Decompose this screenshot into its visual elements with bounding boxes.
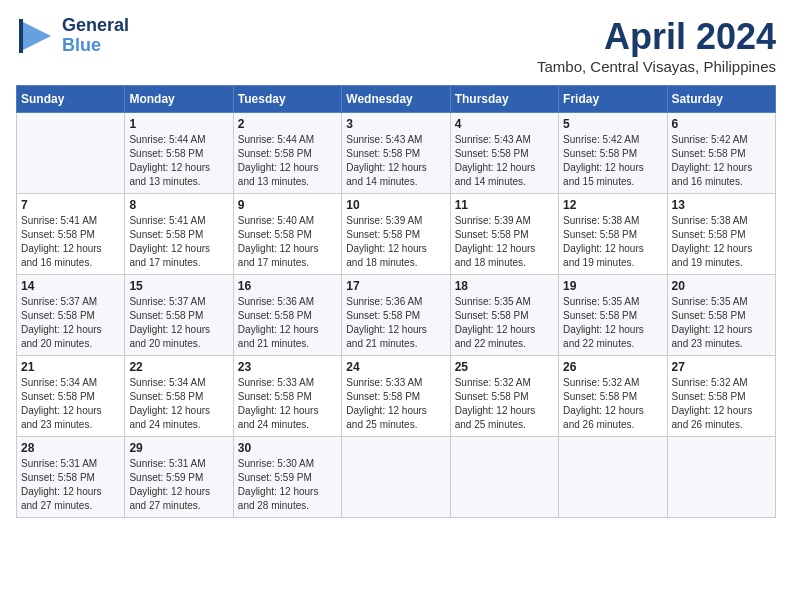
day-info: Sunrise: 5:31 AMSunset: 5:58 PMDaylight:… bbox=[21, 457, 120, 513]
logo-blue-text: Blue bbox=[62, 36, 129, 56]
day-number: 23 bbox=[238, 360, 337, 374]
calendar-cell: 19Sunrise: 5:35 AMSunset: 5:58 PMDayligh… bbox=[559, 275, 667, 356]
calendar-cell: 21Sunrise: 5:34 AMSunset: 5:58 PMDayligh… bbox=[17, 356, 125, 437]
day-number: 20 bbox=[672, 279, 771, 293]
calendar-cell: 24Sunrise: 5:33 AMSunset: 5:58 PMDayligh… bbox=[342, 356, 450, 437]
day-number: 12 bbox=[563, 198, 662, 212]
header-row: Sunday Monday Tuesday Wednesday Thursday… bbox=[17, 86, 776, 113]
day-info: Sunrise: 5:40 AMSunset: 5:58 PMDaylight:… bbox=[238, 214, 337, 270]
day-number: 25 bbox=[455, 360, 554, 374]
day-number: 3 bbox=[346, 117, 445, 131]
calendar-cell: 22Sunrise: 5:34 AMSunset: 5:58 PMDayligh… bbox=[125, 356, 233, 437]
day-info: Sunrise: 5:34 AMSunset: 5:58 PMDaylight:… bbox=[129, 376, 228, 432]
calendar-cell bbox=[342, 437, 450, 518]
day-number: 17 bbox=[346, 279, 445, 293]
day-info: Sunrise: 5:31 AMSunset: 5:59 PMDaylight:… bbox=[129, 457, 228, 513]
calendar-cell: 28Sunrise: 5:31 AMSunset: 5:58 PMDayligh… bbox=[17, 437, 125, 518]
col-saturday: Saturday bbox=[667, 86, 775, 113]
day-info: Sunrise: 5:33 AMSunset: 5:58 PMDaylight:… bbox=[346, 376, 445, 432]
day-info: Sunrise: 5:43 AMSunset: 5:58 PMDaylight:… bbox=[346, 133, 445, 189]
day-info: Sunrise: 5:44 AMSunset: 5:58 PMDaylight:… bbox=[238, 133, 337, 189]
day-number: 30 bbox=[238, 441, 337, 455]
day-number: 18 bbox=[455, 279, 554, 293]
calendar-cell: 12Sunrise: 5:38 AMSunset: 5:58 PMDayligh… bbox=[559, 194, 667, 275]
day-number: 5 bbox=[563, 117, 662, 131]
day-number: 6 bbox=[672, 117, 771, 131]
calendar-cell bbox=[559, 437, 667, 518]
day-info: Sunrise: 5:35 AMSunset: 5:58 PMDaylight:… bbox=[563, 295, 662, 351]
day-info: Sunrise: 5:42 AMSunset: 5:58 PMDaylight:… bbox=[563, 133, 662, 189]
header: General Blue April 2024 Tambo, Central V… bbox=[16, 16, 776, 75]
calendar-cell bbox=[17, 113, 125, 194]
day-info: Sunrise: 5:41 AMSunset: 5:58 PMDaylight:… bbox=[21, 214, 120, 270]
calendar-cell: 11Sunrise: 5:39 AMSunset: 5:58 PMDayligh… bbox=[450, 194, 558, 275]
calendar-cell: 20Sunrise: 5:35 AMSunset: 5:58 PMDayligh… bbox=[667, 275, 775, 356]
calendar-cell bbox=[450, 437, 558, 518]
day-number: 2 bbox=[238, 117, 337, 131]
day-info: Sunrise: 5:39 AMSunset: 5:58 PMDaylight:… bbox=[346, 214, 445, 270]
day-number: 13 bbox=[672, 198, 771, 212]
svg-rect-1 bbox=[19, 19, 23, 53]
day-info: Sunrise: 5:32 AMSunset: 5:58 PMDaylight:… bbox=[455, 376, 554, 432]
calendar-cell: 16Sunrise: 5:36 AMSunset: 5:58 PMDayligh… bbox=[233, 275, 341, 356]
col-monday: Monday bbox=[125, 86, 233, 113]
week-row-5: 28Sunrise: 5:31 AMSunset: 5:58 PMDayligh… bbox=[17, 437, 776, 518]
day-info: Sunrise: 5:32 AMSunset: 5:58 PMDaylight:… bbox=[563, 376, 662, 432]
day-info: Sunrise: 5:41 AMSunset: 5:58 PMDaylight:… bbox=[129, 214, 228, 270]
calendar-cell: 26Sunrise: 5:32 AMSunset: 5:58 PMDayligh… bbox=[559, 356, 667, 437]
calendar-cell: 2Sunrise: 5:44 AMSunset: 5:58 PMDaylight… bbox=[233, 113, 341, 194]
calendar-cell: 25Sunrise: 5:32 AMSunset: 5:58 PMDayligh… bbox=[450, 356, 558, 437]
logo-icon bbox=[16, 16, 56, 56]
calendar-table: Sunday Monday Tuesday Wednesday Thursday… bbox=[16, 85, 776, 518]
title-area: April 2024 Tambo, Central Visayas, Phili… bbox=[537, 16, 776, 75]
calendar-cell: 15Sunrise: 5:37 AMSunset: 5:58 PMDayligh… bbox=[125, 275, 233, 356]
calendar-cell: 18Sunrise: 5:35 AMSunset: 5:58 PMDayligh… bbox=[450, 275, 558, 356]
calendar-cell: 27Sunrise: 5:32 AMSunset: 5:58 PMDayligh… bbox=[667, 356, 775, 437]
week-row-1: 1Sunrise: 5:44 AMSunset: 5:58 PMDaylight… bbox=[17, 113, 776, 194]
col-tuesday: Tuesday bbox=[233, 86, 341, 113]
calendar-cell bbox=[667, 437, 775, 518]
day-number: 16 bbox=[238, 279, 337, 293]
col-wednesday: Wednesday bbox=[342, 86, 450, 113]
calendar-cell: 10Sunrise: 5:39 AMSunset: 5:58 PMDayligh… bbox=[342, 194, 450, 275]
day-number: 9 bbox=[238, 198, 337, 212]
day-number: 26 bbox=[563, 360, 662, 374]
calendar-cell: 7Sunrise: 5:41 AMSunset: 5:58 PMDaylight… bbox=[17, 194, 125, 275]
day-number: 22 bbox=[129, 360, 228, 374]
day-info: Sunrise: 5:35 AMSunset: 5:58 PMDaylight:… bbox=[455, 295, 554, 351]
calendar-cell: 13Sunrise: 5:38 AMSunset: 5:58 PMDayligh… bbox=[667, 194, 775, 275]
calendar-cell: 9Sunrise: 5:40 AMSunset: 5:58 PMDaylight… bbox=[233, 194, 341, 275]
day-number: 11 bbox=[455, 198, 554, 212]
day-info: Sunrise: 5:37 AMSunset: 5:58 PMDaylight:… bbox=[21, 295, 120, 351]
day-info: Sunrise: 5:35 AMSunset: 5:58 PMDaylight:… bbox=[672, 295, 771, 351]
calendar-cell: 5Sunrise: 5:42 AMSunset: 5:58 PMDaylight… bbox=[559, 113, 667, 194]
day-info: Sunrise: 5:30 AMSunset: 5:59 PMDaylight:… bbox=[238, 457, 337, 513]
calendar-cell: 4Sunrise: 5:43 AMSunset: 5:58 PMDaylight… bbox=[450, 113, 558, 194]
day-info: Sunrise: 5:43 AMSunset: 5:58 PMDaylight:… bbox=[455, 133, 554, 189]
day-number: 7 bbox=[21, 198, 120, 212]
calendar-cell: 29Sunrise: 5:31 AMSunset: 5:59 PMDayligh… bbox=[125, 437, 233, 518]
svg-marker-0 bbox=[21, 21, 51, 51]
day-info: Sunrise: 5:38 AMSunset: 5:58 PMDaylight:… bbox=[672, 214, 771, 270]
calendar-header: Sunday Monday Tuesday Wednesday Thursday… bbox=[17, 86, 776, 113]
day-info: Sunrise: 5:36 AMSunset: 5:58 PMDaylight:… bbox=[238, 295, 337, 351]
col-sunday: Sunday bbox=[17, 86, 125, 113]
month-year-title: April 2024 bbox=[537, 16, 776, 58]
calendar-cell: 17Sunrise: 5:36 AMSunset: 5:58 PMDayligh… bbox=[342, 275, 450, 356]
calendar-cell: 3Sunrise: 5:43 AMSunset: 5:58 PMDaylight… bbox=[342, 113, 450, 194]
week-row-2: 7Sunrise: 5:41 AMSunset: 5:58 PMDaylight… bbox=[17, 194, 776, 275]
week-row-3: 14Sunrise: 5:37 AMSunset: 5:58 PMDayligh… bbox=[17, 275, 776, 356]
day-info: Sunrise: 5:42 AMSunset: 5:58 PMDaylight:… bbox=[672, 133, 771, 189]
day-number: 8 bbox=[129, 198, 228, 212]
calendar-body: 1Sunrise: 5:44 AMSunset: 5:58 PMDaylight… bbox=[17, 113, 776, 518]
day-number: 24 bbox=[346, 360, 445, 374]
logo: General Blue bbox=[16, 16, 129, 56]
day-info: Sunrise: 5:36 AMSunset: 5:58 PMDaylight:… bbox=[346, 295, 445, 351]
day-number: 4 bbox=[455, 117, 554, 131]
day-number: 15 bbox=[129, 279, 228, 293]
week-row-4: 21Sunrise: 5:34 AMSunset: 5:58 PMDayligh… bbox=[17, 356, 776, 437]
day-number: 27 bbox=[672, 360, 771, 374]
col-thursday: Thursday bbox=[450, 86, 558, 113]
day-info: Sunrise: 5:32 AMSunset: 5:58 PMDaylight:… bbox=[672, 376, 771, 432]
calendar-cell: 8Sunrise: 5:41 AMSunset: 5:58 PMDaylight… bbox=[125, 194, 233, 275]
